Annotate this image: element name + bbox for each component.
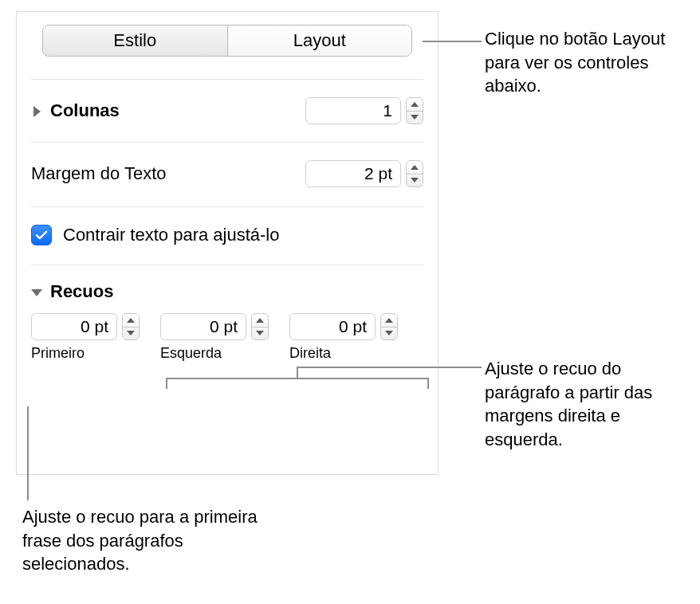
- indents-label-group: Recuos: [31, 281, 113, 302]
- text-margin-field-group: 2 pt: [305, 160, 423, 187]
- row-shrink-text: Contrair texto para ajustá-lo: [17, 207, 438, 245]
- columns-step-up[interactable]: [407, 98, 423, 111]
- indent-first-col: 0 pt Primeiro: [31, 313, 140, 362]
- indent-first-step-up[interactable]: [123, 314, 139, 327]
- segmented-control: Estilo Layout: [42, 25, 412, 57]
- indent-first-stepper: [122, 313, 140, 340]
- indent-left-input[interactable]: 0 pt: [160, 313, 246, 340]
- indent-first-input[interactable]: 0 pt: [31, 313, 117, 340]
- row-columns: Colunas 1: [17, 80, 438, 124]
- row-text-margin: Margem do Texto 2 pt: [17, 143, 438, 187]
- layout-panel: Estilo Layout Colunas 1 Margem do Texto …: [16, 11, 438, 475]
- indent-right-stepper: [380, 313, 398, 340]
- callout-leader: [27, 406, 29, 500]
- columns-label-group: Colunas: [31, 100, 120, 121]
- chevron-right-icon[interactable]: [31, 105, 42, 116]
- columns-stepper: [406, 97, 423, 124]
- indents-label: Recuos: [50, 281, 113, 302]
- indent-right-step-up[interactable]: [381, 314, 397, 327]
- indent-first-step-down[interactable]: [123, 327, 139, 340]
- callout-leader: [423, 41, 482, 42]
- tab-style[interactable]: Estilo: [43, 25, 227, 56]
- callout-indent-first: Ajuste o recuo para a primeira frase dos…: [22, 505, 262, 576]
- indent-right-step-down[interactable]: [381, 327, 397, 340]
- indent-right-col: 0 pt Direita: [289, 313, 398, 362]
- text-margin-step-down[interactable]: [407, 174, 423, 187]
- indent-left-step-down[interactable]: [252, 327, 268, 340]
- indent-right-input[interactable]: 0 pt: [289, 313, 376, 340]
- indent-left-caption: Esquerda: [160, 345, 269, 362]
- chevron-down-icon[interactable]: [31, 286, 42, 297]
- callout-bracket: [166, 378, 429, 389]
- indent-left-step-up[interactable]: [252, 314, 268, 327]
- tab-layout[interactable]: Layout: [227, 25, 412, 56]
- columns-field-group: 1: [305, 97, 423, 124]
- indent-left-col: 0 pt Esquerda: [160, 313, 269, 362]
- callout-layout-tab: Clique no botão Layout para ver os contr…: [485, 27, 684, 98]
- indent-right-caption: Direita: [289, 345, 398, 362]
- text-margin-stepper: [406, 160, 423, 187]
- columns-step-down[interactable]: [407, 111, 423, 124]
- indent-left-stepper: [251, 313, 269, 340]
- columns-label: Colunas: [50, 100, 120, 121]
- callout-leader: [297, 367, 298, 378]
- row-indents-header: Recuos: [17, 265, 438, 302]
- callout-indent-lr: Ajuste o recuo do parágrafo a partir das…: [485, 357, 684, 452]
- columns-input[interactable]: 1: [305, 97, 401, 124]
- text-margin-input[interactable]: 2 pt: [305, 160, 401, 187]
- text-margin-label: Margem do Texto: [31, 163, 167, 184]
- check-icon: [34, 228, 49, 242]
- shrink-checkbox[interactable]: [31, 225, 52, 245]
- indent-first-caption: Primeiro: [31, 345, 140, 362]
- text-margin-step-up[interactable]: [407, 161, 423, 174]
- callout-leader: [297, 367, 482, 368]
- shrink-label: Contrair texto para ajustá-lo: [63, 225, 279, 245]
- indents-row: 0 pt Primeiro 0 pt Esquerda 0 pt: [17, 302, 438, 362]
- segmented-control-wrap: Estilo Layout: [17, 12, 438, 57]
